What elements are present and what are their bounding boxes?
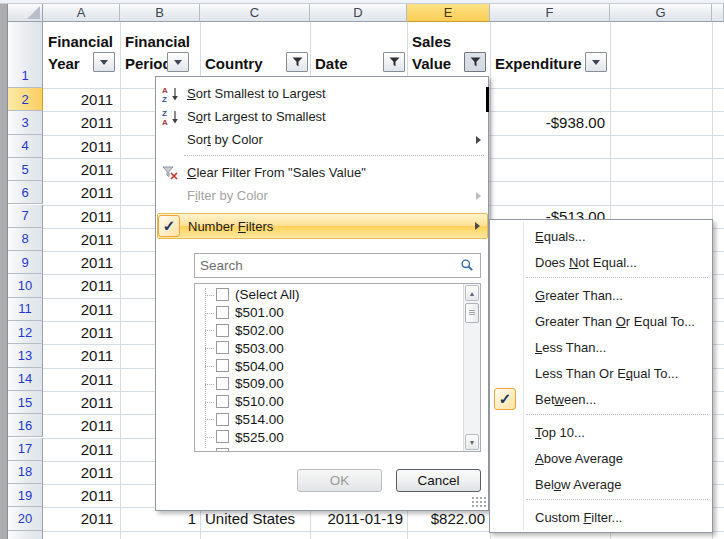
- row-header-2[interactable]: 2: [8, 88, 43, 111]
- scrollbar-thumb[interactable]: [465, 303, 479, 323]
- value-checkbox[interactable]: [216, 430, 229, 443]
- list-item-value[interactable]: $504.00: [195, 357, 460, 375]
- submenu-item-equals[interactable]: Equals...: [491, 223, 711, 249]
- scroll-up-button[interactable]: ▲: [465, 285, 479, 301]
- cell-a3[interactable]: 2011: [46, 111, 113, 134]
- cell-a12[interactable]: 2011: [46, 321, 113, 344]
- value-checkbox[interactable]: [216, 306, 229, 319]
- list-item-value[interactable]: $503.00: [195, 339, 460, 357]
- list-scrollbar[interactable]: ▲ ▼: [463, 284, 480, 451]
- value-checkbox[interactable]: [216, 448, 229, 452]
- row-header-11[interactable]: 11: [8, 298, 43, 321]
- list-item-value-partial[interactable]: [195, 446, 460, 452]
- filter-dropdown-button-f[interactable]: [585, 52, 607, 72]
- column-header-d[interactable]: D: [310, 4, 407, 22]
- cell-a4[interactable]: 2011: [46, 135, 113, 158]
- column-header-partial[interactable]: [712, 4, 724, 22]
- submenu-item-less-than[interactable]: Less Than...: [491, 334, 711, 360]
- row-header-19[interactable]: 19: [8, 484, 43, 507]
- filter-dropdown-button-a[interactable]: [93, 52, 115, 72]
- submenu-item-greater-than[interactable]: Greater Than...: [491, 282, 711, 308]
- list-item-value[interactable]: $502.00: [195, 322, 460, 340]
- cell-a14[interactable]: 2011: [46, 368, 113, 391]
- row-header-14[interactable]: 14: [8, 368, 43, 391]
- value-checkbox[interactable]: [216, 324, 229, 337]
- row-header-17[interactable]: 17: [8, 438, 43, 461]
- submenu-item-does-not-equal[interactable]: Does Not Equal...: [491, 249, 711, 275]
- row-header-20[interactable]: 20: [8, 507, 43, 530]
- list-item-value[interactable]: $510.00: [195, 393, 460, 411]
- cell-a15[interactable]: 2011: [46, 391, 113, 414]
- column-header-c[interactable]: C: [200, 4, 310, 22]
- column-header-f[interactable]: F: [490, 4, 610, 22]
- list-item-value[interactable]: $514.00: [195, 411, 460, 429]
- row-header-7[interactable]: 7: [8, 205, 43, 228]
- value-checkbox[interactable]: [216, 377, 229, 390]
- value-checkbox[interactable]: [216, 288, 229, 301]
- cell-a19[interactable]: 2011: [46, 484, 113, 507]
- list-item-value[interactable]: $525.00: [195, 428, 460, 446]
- filter-dropdown-button-b[interactable]: [167, 52, 189, 72]
- search-magnifier-icon[interactable]: [460, 258, 474, 275]
- menu-item-sort-largest-to-smallest[interactable]: ZA Sort Largest to Smallest: [157, 105, 488, 128]
- cell-a17[interactable]: 2011: [46, 438, 113, 461]
- value-checkbox[interactable]: [216, 359, 229, 372]
- cell-a13[interactable]: 2011: [46, 344, 113, 367]
- row-header-12[interactable]: 12: [8, 321, 43, 344]
- cell-a18[interactable]: 2011: [46, 461, 113, 484]
- menu-resize-grip[interactable]: [471, 496, 486, 508]
- column-header-g[interactable]: G: [610, 4, 712, 22]
- row-header-8[interactable]: 8: [8, 228, 43, 251]
- row-header-16[interactable]: 16: [8, 414, 43, 437]
- submenu-item-top-10[interactable]: Top 10...: [491, 419, 711, 445]
- value-checkbox[interactable]: [216, 413, 229, 426]
- menu-item-sort-by-color[interactable]: Sort by Color: [157, 128, 488, 151]
- submenu-item-below-average[interactable]: Below Average: [491, 471, 711, 497]
- row-header-9[interactable]: 9: [8, 251, 43, 274]
- row-header-1[interactable]: 1: [8, 22, 43, 88]
- row-header-13[interactable]: 13: [8, 344, 43, 367]
- menu-item-clear-filter[interactable]: Clear Filter From "Sales Value": [157, 161, 488, 184]
- column-header-e-selected[interactable]: E: [407, 4, 490, 22]
- menu-item-sort-smallest-to-largest[interactable]: AZ Sort Smallest to Largest: [157, 82, 488, 105]
- column-header-a[interactable]: A: [43, 4, 120, 22]
- submenu-item-between[interactable]: Between...: [491, 386, 711, 412]
- cell-a11[interactable]: 2011: [46, 298, 113, 321]
- filter-funnel-button-c[interactable]: [286, 52, 308, 72]
- row-header-6[interactable]: 6: [8, 181, 43, 204]
- submenu-item-custom-filter[interactable]: Custom Filter...: [491, 504, 711, 530]
- menu-item-filter-by-color[interactable]: Filter by Color: [157, 184, 488, 207]
- submenu-item-greater-than-or-equal[interactable]: Greater Than Or Equal To...: [491, 308, 711, 334]
- cancel-button[interactable]: Cancel: [396, 469, 481, 492]
- cell-a9[interactable]: 2011: [46, 251, 113, 274]
- row-header-10[interactable]: 10: [8, 274, 43, 297]
- row-header-18[interactable]: 18: [8, 461, 43, 484]
- menu-item-number-filters[interactable]: Number Filters: [157, 213, 488, 239]
- search-input[interactable]: [194, 253, 481, 278]
- submenu-item-less-than-or-equal[interactable]: Less Than Or Equal To...: [491, 360, 711, 386]
- list-item-value[interactable]: $509.00: [195, 375, 460, 393]
- cell-a16[interactable]: 2011: [46, 414, 113, 437]
- list-item-select-all[interactable]: (Select All): [195, 286, 460, 304]
- value-checkbox[interactable]: [216, 341, 229, 354]
- cell-f3[interactable]: -$938.00: [494, 111, 605, 134]
- column-header-b[interactable]: B: [120, 4, 200, 22]
- select-all-corner[interactable]: [8, 4, 43, 22]
- row-header-3[interactable]: 3: [8, 111, 43, 134]
- value-checkbox[interactable]: [216, 395, 229, 408]
- cell-a8[interactable]: 2011: [46, 228, 113, 251]
- cell-a5[interactable]: 2011: [46, 158, 113, 181]
- cell-a20[interactable]: 2011: [46, 507, 113, 530]
- ok-button[interactable]: OK: [297, 469, 382, 492]
- submenu-item-above-average[interactable]: Above Average: [491, 445, 711, 471]
- cell-a10[interactable]: 2011: [46, 274, 113, 297]
- cell-a2[interactable]: 2011: [46, 88, 113, 111]
- list-item-value[interactable]: $501.00: [195, 304, 460, 322]
- row-header-4[interactable]: 4: [8, 135, 43, 158]
- cell-a7[interactable]: 2011: [46, 205, 113, 228]
- row-header-5[interactable]: 5: [8, 158, 43, 181]
- filter-funnel-button-e-open[interactable]: [464, 52, 486, 72]
- row-header-15[interactable]: 15: [8, 391, 43, 414]
- scroll-down-button[interactable]: ▼: [465, 434, 479, 450]
- cell-a6[interactable]: 2011: [46, 181, 113, 204]
